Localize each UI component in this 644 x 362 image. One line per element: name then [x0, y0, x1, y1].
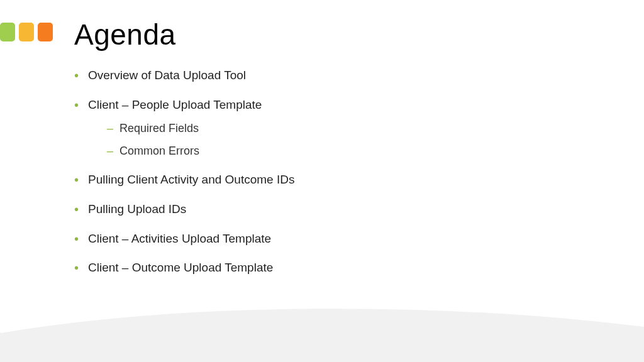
- agenda-list: Overview of Data Upload Tool Client – Pe…: [74, 68, 294, 290]
- swoosh-decoration: [0, 287, 644, 362]
- list-item-text: Pulling Upload IDs: [88, 202, 186, 216]
- sub-list: Required Fields Common Errors: [107, 121, 294, 158]
- list-item-text: Client – Outcome Upload Template: [88, 261, 273, 274]
- list-item-text: Client – People Upload Template: [88, 98, 262, 111]
- list-item: Overview of Data Upload Tool: [74, 68, 294, 84]
- slide-title: Agenda: [74, 18, 176, 52]
- sub-list-item: Common Errors: [107, 144, 294, 158]
- list-item-text: Overview of Data Upload Tool: [88, 69, 246, 82]
- list-item: Client – People Upload Template Required…: [74, 97, 294, 158]
- accent-blocks: [0, 23, 53, 41]
- sub-list-item: Required Fields: [107, 121, 294, 136]
- list-item: Pulling Client Activity and Outcome IDs: [74, 172, 294, 188]
- list-item-text: Pulling Client Activity and Outcome IDs: [88, 173, 294, 186]
- accent-block-3: [38, 23, 53, 41]
- accent-block-1: [0, 23, 15, 41]
- list-item: Pulling Upload IDs: [74, 202, 294, 217]
- list-item: Client – Activities Upload Template: [74, 231, 294, 247]
- accent-block-2: [19, 23, 34, 41]
- list-item: Client – Outcome Upload Template: [74, 260, 294, 276]
- list-item-text: Client – Activities Upload Template: [88, 232, 271, 245]
